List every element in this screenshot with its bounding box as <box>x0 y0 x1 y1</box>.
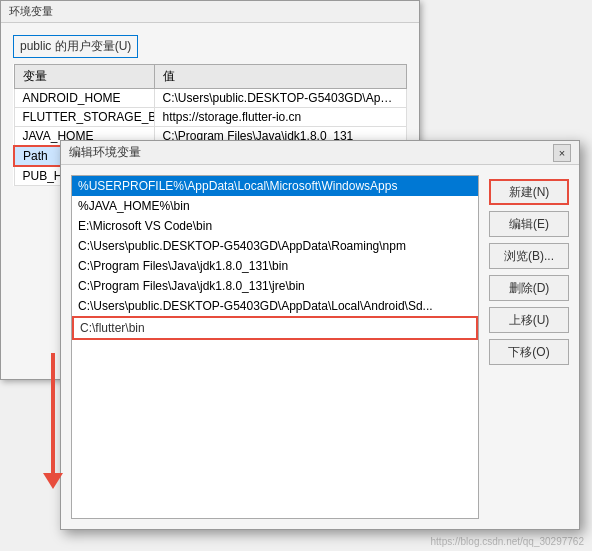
dialog-title: 编辑环境变量 <box>69 144 141 161</box>
path-list-item[interactable]: C:\Program Files\Java\jdk1.8.0_131\jre\b… <box>72 276 478 296</box>
main-window-title: 环境变量 <box>9 4 53 19</box>
user-section-label: public 的用户变量(U) <box>13 35 138 58</box>
path-list-container: %USERPROFILE%\AppData\Local\Microsoft\Wi… <box>71 175 479 519</box>
dialog-body: %USERPROFILE%\AppData\Local\Microsoft\Wi… <box>61 165 579 529</box>
path-list-item[interactable]: E:\Microsoft VS Code\bin <box>72 216 478 236</box>
path-list-item[interactable]: C:\Users\public.DESKTOP-G5403GD\AppData\… <box>72 296 478 316</box>
env-value-cell: C:\Users\public.DESKTOP-G5403GD\AppData\… <box>154 89 407 108</box>
new-btn[interactable]: 新建(N) <box>489 179 569 205</box>
moveup-btn[interactable]: 上移(U) <box>489 307 569 333</box>
path-list-item[interactable]: C:\flutter\bin <box>72 316 478 340</box>
env-name-cell: FLUTTER_STORAGE_BASE_... <box>14 108 154 127</box>
env-name-cell: ANDROID_HOME <box>14 89 154 108</box>
edit-dialog: 编辑环境变量 × %USERPROFILE%\AppData\Local\Mic… <box>60 140 580 530</box>
col-value: 值 <box>154 65 407 89</box>
close-button[interactable]: × <box>553 144 571 162</box>
edit-btn[interactable]: 编辑(E) <box>489 211 569 237</box>
down-arrow-icon <box>43 473 63 489</box>
path-list[interactable]: %USERPROFILE%\AppData\Local\Microsoft\Wi… <box>71 175 479 519</box>
env-value-cell: https://storage.flutter-io.cn <box>154 108 407 127</box>
movedown-btn[interactable]: 下移(O) <box>489 339 569 365</box>
path-list-item[interactable]: %USERPROFILE%\AppData\Local\Microsoft\Wi… <box>72 176 478 196</box>
path-list-item[interactable]: %JAVA_HOME%\bin <box>72 196 478 216</box>
arrow-line <box>51 353 55 473</box>
path-list-item[interactable]: C:\Program Files\Java\jdk1.8.0_131\bin <box>72 256 478 276</box>
arrow-indicator <box>43 353 63 489</box>
delete-btn[interactable]: 删除(D) <box>489 275 569 301</box>
path-list-item[interactable]: C:\Users\public.DESKTOP-G5403GD\AppData\… <box>72 236 478 256</box>
dialog-titlebar: 编辑环境变量 × <box>61 141 579 165</box>
watermark: https://blog.csdn.net/qq_30297762 <box>431 536 584 547</box>
browse-btn[interactable]: 浏览(B)... <box>489 243 569 269</box>
col-name: 变量 <box>14 65 154 89</box>
main-window-titlebar: 环境变量 <box>1 1 419 23</box>
buttons-panel: 新建(N)编辑(E)浏览(B)...删除(D)上移(U)下移(O) <box>489 175 569 519</box>
